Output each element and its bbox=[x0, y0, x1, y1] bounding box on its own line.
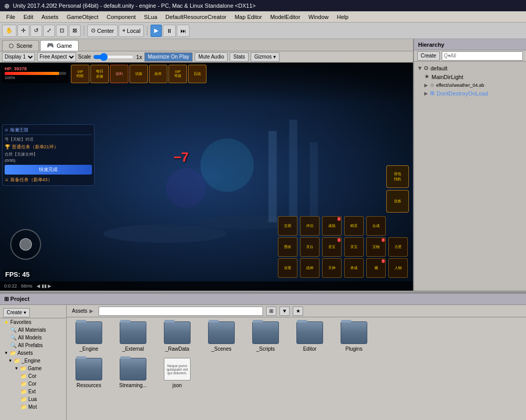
hierarchy-content: ▶ ⊙ default ☀ MainDirLight ▶ ⊕ effect/ui… bbox=[414, 62, 526, 291]
game-tab[interactable]: 🎮 Game bbox=[40, 40, 79, 51]
pause-button[interactable]: ⏸ bbox=[163, 25, 176, 37]
hierarchy-search-input[interactable] bbox=[442, 51, 523, 61]
local-button[interactable]: ⌖ Local bbox=[119, 25, 144, 37]
lua-folder-icon: 📁 bbox=[21, 396, 27, 402]
fps-counter: FPS: 45 bbox=[3, 270, 32, 279]
menu-help[interactable]: Help bbox=[333, 13, 353, 21]
game-folder-icon: 📁 bbox=[20, 366, 26, 371]
lua-label: Lua bbox=[28, 396, 37, 402]
editor-tab-bar: ⬡ Scene 🎮 Game bbox=[0, 39, 413, 51]
favorites-label: Favorites bbox=[10, 319, 31, 325]
menu-file[interactable]: File bbox=[2, 13, 20, 21]
folder-streaming[interactable]: Streaming... bbox=[115, 358, 151, 388]
game-label: Game bbox=[28, 366, 42, 371]
project-search-input[interactable] bbox=[99, 307, 263, 316]
favorite-toggle-button[interactable]: ★ bbox=[293, 307, 303, 316]
hierarchy-create-button[interactable]: Create bbox=[417, 51, 440, 61]
search-prefabs-icon: 🔍 bbox=[10, 342, 16, 348]
transform-tool-button[interactable]: ⊠ bbox=[69, 25, 81, 37]
aspect-select[interactable]: Free Aspect bbox=[37, 52, 76, 62]
menu-modeleditor[interactable]: ModelEditor bbox=[266, 13, 305, 21]
sidebar-favorites[interactable]: ★ Favorites bbox=[0, 318, 66, 326]
file-json[interactable]: Neque porro quisquam est qui dolorem. js… bbox=[159, 358, 195, 388]
folder-plugins[interactable]: Plugins bbox=[336, 321, 372, 352]
daily-icon-btn[interactable]: 每日必做 bbox=[90, 65, 109, 83]
editor-folder-label: Editor bbox=[303, 346, 316, 352]
scale-slider[interactable] bbox=[93, 53, 134, 61]
sidebar-engine[interactable]: ▼ 📁 _Engine bbox=[0, 357, 66, 365]
menu-window[interactable]: Window bbox=[305, 13, 333, 21]
sidebar-all-materials[interactable]: 🔍 All Materials bbox=[0, 326, 66, 334]
folder-scenes[interactable]: _Scenes bbox=[203, 321, 239, 352]
mute-audio-button[interactable]: Mute Audio bbox=[195, 52, 228, 62]
sidebar-game[interactable]: ▼ 📁 Game bbox=[0, 365, 66, 372]
unity-icon: ⊕ bbox=[4, 2, 10, 10]
folder-resources[interactable]: Resources bbox=[71, 358, 107, 388]
hierarchy-item-dontdestroy[interactable]: ▶ ⊞ DontDestroyOnLoad bbox=[422, 89, 524, 98]
menu-edit[interactable]: Edit bbox=[20, 13, 37, 21]
baizhan-btn[interactable]: 百战 bbox=[188, 65, 206, 83]
scale-tool-button[interactable]: ⤢ bbox=[43, 25, 55, 37]
scene-tab-label: Scene bbox=[16, 43, 32, 49]
display-select[interactable]: Display 1 bbox=[2, 52, 35, 62]
path-separator: ▶ bbox=[89, 308, 93, 314]
vip-level-btn[interactable]: VIP等级 bbox=[168, 65, 187, 83]
maximize-on-play-button[interactable]: Maximize On Play bbox=[144, 52, 193, 62]
project-create-button[interactable]: Create ▾ bbox=[3, 308, 30, 317]
move-tool-button[interactable]: ✛ bbox=[17, 25, 29, 37]
rect-tool-button[interactable]: ⊡ bbox=[56, 25, 68, 37]
hierarchy-item-maindirlight[interactable]: ☀ MainDirLight bbox=[422, 72, 524, 81]
scene-icon: ⊙ bbox=[424, 65, 428, 71]
folder-scripts[interactable]: _Scripts bbox=[248, 321, 284, 352]
game-viewport[interactable]: HP: 39378 100% VIP特权 每日必做 福利 bbox=[0, 63, 413, 291]
folder-rawdata[interactable]: _RawData bbox=[159, 321, 195, 352]
stats-button[interactable]: Stats bbox=[230, 52, 249, 62]
menu-gameobject[interactable]: GameObject bbox=[63, 13, 103, 21]
sidebar-assets[interactable]: ▼ 📁 Assets bbox=[0, 349, 66, 357]
sidebar-cor1[interactable]: 📁 Cor bbox=[0, 372, 66, 380]
sidebar-lua[interactable]: 📁 Lua bbox=[0, 395, 66, 403]
sidebar-cor2[interactable]: 📁 Cor bbox=[0, 380, 66, 388]
menu-mapeditor[interactable]: Map Editor bbox=[231, 13, 266, 21]
welfare-icon-btn[interactable]: 福利 bbox=[110, 65, 128, 83]
center-button[interactable]: ⊙ Center bbox=[87, 25, 118, 37]
folder-engine[interactable]: _Engine bbox=[71, 321, 107, 352]
play-button[interactable]: ▶ bbox=[151, 25, 162, 37]
rawdata-folder-graphic bbox=[164, 321, 191, 344]
menu-defaultresourcecreator[interactable]: DefaultResourceCreator bbox=[161, 13, 231, 21]
menu-component[interactable]: Component bbox=[102, 13, 140, 21]
menu-slua[interactable]: SLua bbox=[140, 13, 161, 21]
rotate-tool-button[interactable]: ↺ bbox=[30, 25, 42, 37]
svg-rect-7 bbox=[310, 142, 318, 222]
svg-point-1 bbox=[103, 224, 227, 243]
filter-button[interactable]: ▼ bbox=[279, 307, 290, 316]
sidebar-all-models[interactable]: 🔍 All Models bbox=[0, 334, 66, 341]
step-button[interactable]: ⏭ bbox=[177, 25, 190, 37]
menu-assets[interactable]: Assets bbox=[37, 13, 63, 21]
gizmos-button[interactable]: Gizmos ▾ bbox=[251, 52, 279, 62]
editor-folder-graphic bbox=[296, 321, 323, 344]
team-icon-btn[interactable]: 副本 bbox=[149, 65, 167, 83]
assets-expand-icon: ▼ bbox=[4, 351, 8, 355]
view-toggle-button[interactable]: ⊞ bbox=[266, 307, 276, 316]
folder-external[interactable]: _External bbox=[115, 321, 151, 352]
joystick[interactable] bbox=[10, 229, 41, 260]
quest-panel: ⊙ 海澜王国 号【天蛟】对话 🏆 普通任务（新单21环） 合胜【无缘女神】 (0… bbox=[2, 124, 95, 186]
cor2-folder-icon: 📁 bbox=[21, 381, 27, 387]
hierarchy-item-effect[interactable]: ▶ ⊕ effect/ui/weather_04.ab bbox=[422, 81, 524, 89]
project-header: ⊞ Project bbox=[0, 294, 526, 305]
hierarchy-item-default[interactable]: ▶ ⊙ default bbox=[416, 64, 524, 72]
sidebar-all-prefabs[interactable]: 🔍 All Prefabs bbox=[0, 341, 66, 349]
center-icon: ⊙ bbox=[91, 27, 96, 34]
sidebar-ext[interactable]: 📁 Ext bbox=[0, 388, 66, 395]
folder-editor[interactable]: Editor bbox=[292, 321, 328, 352]
sidebar-mot[interactable]: 📁 Mot bbox=[0, 403, 66, 411]
hand-tool-button[interactable]: ✋ bbox=[2, 25, 16, 37]
vip-icon-btn[interactable]: VIP特权 bbox=[71, 65, 89, 83]
assets-folder-icon: 📁 bbox=[10, 350, 16, 356]
game-expand-icon: ▼ bbox=[14, 366, 18, 371]
assets-breadcrumb[interactable]: Assets bbox=[72, 308, 87, 314]
hand-icon: ✋ bbox=[6, 27, 13, 34]
trial-icon-btn[interactable]: 试炼 bbox=[129, 65, 148, 83]
scene-tab[interactable]: ⬡ Scene bbox=[2, 40, 39, 51]
